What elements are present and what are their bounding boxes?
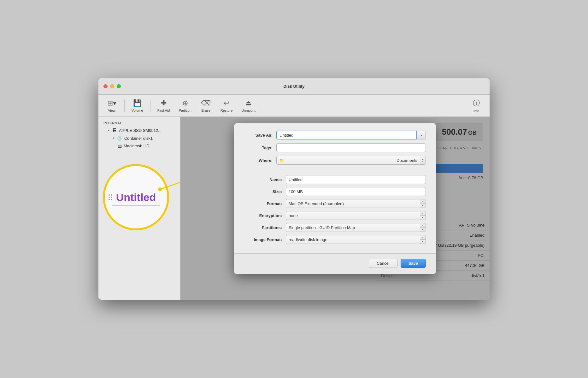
size-label: Size: — [244, 189, 282, 194]
right-panel: 500.07 GB SHARED BY 4 VOLUMES free 8.78 … — [180, 117, 490, 300]
encryption-value: none — [289, 213, 298, 218]
unmount-label: Unmount — [241, 109, 256, 112]
where-stepper[interactable]: ▲ ▼ — [420, 156, 426, 165]
format-stepper[interactable]: ▲ ▼ — [420, 199, 426, 208]
dot — [111, 197, 112, 198]
sidebar-item-apple-ssd[interactable]: ▼ 🖥 APPLE SSD SM0512... — [98, 126, 180, 134]
sidebar-item-label-ssd: APPLE SSD SM0512... — [119, 128, 162, 133]
partitions-select[interactable]: Single partition - GUID Partition Map — [286, 223, 420, 232]
view-label: View — [108, 109, 115, 112]
unmount-button[interactable]: ⏏ Unmount — [238, 97, 259, 114]
size-input[interactable] — [286, 187, 426, 196]
partition-icon: ⊕ — [182, 99, 188, 107]
stepper-dn-icon: ▼ — [422, 160, 424, 162]
tags-input[interactable] — [276, 143, 426, 152]
toolbar-sep-2 — [150, 99, 150, 112]
toolbar: ⊞▾ View 💾 Volume ✚ First Aid ⊕ Partition… — [98, 95, 490, 117]
partitions-label: Partitions: — [244, 225, 282, 230]
encryption-stepper-dn[interactable]: ▼ — [420, 216, 426, 220]
disk-icon: 🖥 — [112, 127, 117, 133]
view-button[interactable]: ⊞▾ View — [102, 97, 121, 114]
sidebar-item-label-machd: Macintosh HD — [124, 144, 150, 148]
disk-utility-window: Disk Utility ⊞▾ View 💾 Volume ✚ First Ai… — [98, 78, 490, 300]
sidebar-section-internal: Internal — [98, 120, 180, 126]
traffic-lights — [98, 84, 121, 88]
info-button[interactable]: ⓘ Info — [467, 97, 486, 115]
format-label: Format: — [244, 201, 282, 206]
image-format-value: read/write disk image — [289, 237, 327, 242]
image-format-stepper-up[interactable]: ▲ — [420, 235, 426, 240]
volume-icon: 💾 — [133, 99, 142, 107]
partitions-value: Single partition - GUID Partition Map — [289, 225, 355, 230]
partitions-stepper-up[interactable]: ▲ — [420, 223, 426, 228]
annotation-untitled-label: Untitled — [112, 189, 161, 206]
drag-handle-dots — [109, 194, 112, 200]
toolbar-sep-1 — [124, 99, 125, 112]
cancel-button[interactable]: Cancel — [369, 259, 397, 268]
window-title: Disk Utility — [283, 84, 304, 89]
dot — [109, 199, 110, 200]
first-aid-label: First Aid — [157, 109, 170, 112]
encryption-stepper[interactable]: ▲ ▼ — [420, 211, 426, 220]
volume-label: Volume — [132, 109, 143, 112]
restore-icon: ↩ — [224, 99, 229, 107]
format-select[interactable]: Mac OS Extended (Journaled) — [286, 199, 420, 208]
chevron-down-icon: ▼ — [107, 129, 110, 132]
partition-label: Partition — [179, 109, 191, 112]
image-format-stepper-dn[interactable]: ▼ — [420, 240, 426, 244]
sidebar-item-container-disk1[interactable]: ▼ 💿 Container disk1 — [98, 134, 180, 142]
tags-row: Tags: — [244, 143, 426, 152]
encryption-row: Encryption: none ▲ ▼ — [244, 211, 426, 220]
dialog-buttons: Cancel Save — [234, 253, 436, 274]
where-select[interactable]: 📁 Documents — [276, 156, 420, 165]
info-icon: ⓘ — [473, 98, 480, 108]
restore-label: Restore — [220, 109, 233, 112]
format-row: Format: Mac OS Extended (Journaled) ▲ ▼ — [244, 199, 426, 208]
name-input[interactable] — [286, 175, 426, 184]
main-content: Internal ▼ 🖥 APPLE SSD SM0512... ▼ 💿 Con… — [98, 117, 490, 300]
encryption-stepper-up[interactable]: ▲ — [420, 211, 426, 216]
format-stepper-up[interactable]: ▲ — [420, 199, 426, 204]
save-as-input-wrapper: ▾ — [276, 131, 426, 139]
tags-label: Tags: — [244, 145, 273, 150]
first-aid-button[interactable]: ✚ First Aid — [154, 97, 174, 114]
volume-button[interactable]: 💾 Volume — [128, 97, 147, 114]
info-label: Info — [473, 109, 479, 113]
size-row: Size: — [244, 187, 426, 196]
sidebar: Internal ▼ 🖥 APPLE SSD SM0512... ▼ 💿 Con… — [98, 117, 180, 300]
save-as-dropdown-btn[interactable]: ▾ — [417, 131, 426, 139]
image-format-label: Image Format: — [244, 237, 282, 242]
erase-label: Erase — [201, 109, 210, 112]
close-button[interactable] — [103, 84, 108, 88]
dot — [111, 199, 112, 200]
maximize-button[interactable] — [117, 84, 121, 88]
dot — [111, 194, 112, 196]
encryption-label: Encryption: — [244, 213, 282, 218]
encryption-select[interactable]: none — [286, 211, 420, 220]
minimize-button[interactable] — [110, 84, 114, 88]
volume-hd-icon: 🖴 — [117, 143, 122, 148]
image-format-select[interactable]: read/write disk image — [286, 235, 420, 244]
dialog-body: Save As: ▾ Tags: Where: — [234, 123, 436, 253]
partition-button[interactable]: ⊕ Partition — [175, 97, 195, 114]
format-stepper-dn[interactable]: ▼ — [420, 204, 426, 208]
container-icon: 💿 — [117, 136, 122, 141]
save-as-row: Save As: ▾ — [244, 131, 426, 139]
partitions-stepper-dn[interactable]: ▼ — [420, 228, 426, 232]
sidebar-item-label-container: Container disk1 — [124, 136, 153, 141]
name-row: Name: — [244, 175, 426, 184]
name-label: Name: — [244, 177, 282, 182]
restore-button[interactable]: ↩ Restore — [217, 97, 237, 114]
sidebar-item-macintosh-hd[interactable]: 🖴 Macintosh HD — [98, 142, 180, 150]
erase-button[interactable]: ⌫ Erase — [197, 97, 215, 114]
dot — [109, 194, 110, 196]
save-as-input[interactable] — [276, 131, 417, 139]
image-format-stepper[interactable]: ▲ ▼ — [420, 235, 426, 244]
titlebar: Disk Utility — [98, 78, 490, 95]
unmount-icon: ⏏ — [245, 99, 252, 107]
partitions-stepper[interactable]: ▲ ▼ — [420, 223, 426, 232]
first-aid-icon: ✚ — [161, 99, 167, 107]
where-row: Where: 📁 Documents ▲ ▼ — [244, 156, 426, 165]
save-button[interactable]: Save — [401, 259, 426, 268]
format-value: Mac OS Extended (Journaled) — [289, 201, 344, 206]
